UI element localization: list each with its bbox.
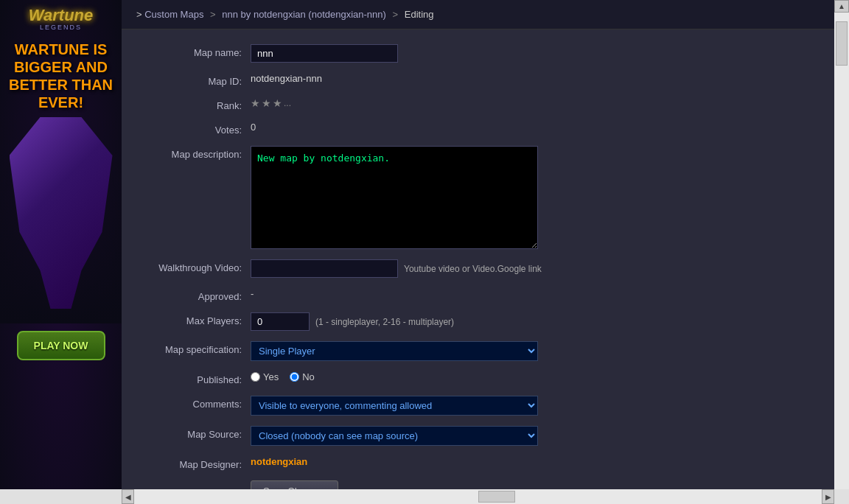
form-area: Map name: Map ID: notdengxian-nnn Rank: … [122, 29, 834, 504]
map-id-controls: notdengxian-nnn [251, 73, 812, 84]
breadcrumb-arrow: > [136, 9, 142, 20]
published-label: Published: [144, 371, 251, 385]
approved-value: - [251, 288, 254, 299]
rank-row: Rank: ★ ★ ★ ... [144, 97, 812, 111]
star-1: ★ [251, 97, 260, 109]
map-source-row: Map Source: Closed (nobody can see map s… [144, 426, 812, 446]
published-no-text: No [302, 371, 315, 382]
walkthrough-row: Walkthrough Video: Youtube video or Vide… [144, 259, 812, 278]
description-row: Map description: New map by notdengxian. [144, 146, 812, 249]
max-players-hint: (1 - singleplayer, 2-16 - multiplayer) [315, 317, 454, 327]
map-name-row: Map name: [144, 44, 812, 63]
comments-controls: Visible to everyone, commenting allowed … [251, 396, 812, 416]
max-players-label: Max Players: [144, 312, 251, 326]
rank-label: Rank: [144, 97, 251, 111]
description-controls: New map by notdengxian. [251, 146, 812, 249]
bottom-left-filler [0, 489, 122, 504]
walkthrough-controls: Youtube video or Video.Google link [251, 259, 812, 278]
map-spec-select[interactable]: Single Player Multiplayer [251, 341, 538, 361]
rank-dots: ... [284, 98, 291, 108]
breadcrumb-sep1: > [210, 9, 216, 20]
map-id-value: notdengxian-nnn [251, 73, 322, 84]
map-id-row: Map ID: notdengxian-nnn [144, 73, 812, 87]
published-controls: Yes No [251, 371, 812, 382]
main-content: > Custom Maps > nnn by notdengxian (notd… [122, 0, 834, 504]
scroll-right-arrow[interactable]: ▶ [822, 489, 834, 504]
play-now-button[interactable]: PLAY NOW [17, 331, 105, 360]
scrollbar-track[interactable] [834, 13, 849, 504]
rank-stars: ★ ★ ★ ... [251, 97, 291, 109]
approved-controls: - [251, 288, 812, 299]
approved-label: Approved: [144, 288, 251, 302]
max-players-row: Max Players: (1 - singleplayer, 2-16 - m… [144, 312, 812, 331]
bottom-scrollbar-area[interactable]: ◀ ▶ [122, 489, 834, 504]
approved-row: Approved: - [144, 288, 812, 302]
map-source-select[interactable]: Closed (nobody can see map source) Open … [251, 426, 538, 446]
votes-controls: 0 [251, 122, 812, 133]
published-radio-group: Yes No [251, 371, 315, 382]
character-silhouette [10, 117, 113, 309]
votes-value: 0 [251, 122, 256, 133]
map-designer-label: Map Designer: [144, 456, 251, 470]
star-2: ★ [262, 97, 271, 109]
map-designer-controls: notdengxian [251, 456, 812, 467]
logo-area: Wartune LEGENDS [0, 0, 122, 35]
walkthrough-hint: Youtube video or Video.Google link [404, 264, 542, 274]
bottom-track[interactable] [134, 489, 822, 504]
map-spec-row: Map specification: Single Player Multipl… [144, 341, 812, 361]
logo-text: Wartune [4, 7, 118, 24]
sidebar: Wartune LEGENDS WARTUNE IS BIGGER AND BE… [0, 0, 122, 504]
published-no-radio[interactable] [290, 372, 299, 382]
scroll-up-arrow[interactable]: ▲ [834, 0, 849, 13]
walkthrough-input[interactable] [251, 259, 398, 278]
votes-row: Votes: 0 [144, 122, 812, 136]
bottom-right-corner [834, 489, 849, 504]
description-textarea[interactable]: New map by notdengxian. [251, 146, 538, 249]
breadcrumb-map[interactable]: nnn by notdengxian (notdengxian-nnn) [222, 9, 386, 20]
comments-select[interactable]: Visible to everyone, commenting allowed … [251, 396, 538, 416]
map-name-label: Map name: [144, 44, 251, 58]
map-designer-link[interactable]: notdengxian [251, 456, 307, 467]
published-no-label[interactable]: No [290, 371, 315, 382]
breadcrumb-current: Editing [405, 9, 434, 20]
published-yes-label[interactable]: Yes [251, 371, 279, 382]
published-row: Published: Yes No [144, 371, 812, 385]
map-source-label: Map Source: [144, 426, 251, 440]
map-source-controls: Closed (nobody can see map source) Open … [251, 426, 812, 446]
logo-sub: LEGENDS [4, 24, 118, 31]
map-designer-row: Map Designer: notdengxian [144, 456, 812, 470]
right-scrollbar[interactable]: ▲ ▼ [834, 0, 849, 504]
comments-row: Comments: Visible to everyone, commentin… [144, 396, 812, 416]
published-yes-radio[interactable] [251, 372, 260, 382]
tagline: WARTUNE IS BIGGER AND BETTER THAN EVER! [0, 35, 122, 117]
published-yes-text: Yes [263, 371, 279, 382]
breadcrumb-custom-maps[interactable]: Custom Maps [144, 9, 203, 20]
rank-controls: ★ ★ ★ ... [251, 97, 812, 109]
max-players-input[interactable] [251, 312, 310, 331]
scrollbar-thumb[interactable] [836, 21, 848, 66]
star-3: ★ [273, 97, 282, 109]
breadcrumb: > Custom Maps > nnn by notdengxian (notd… [122, 0, 834, 29]
bottom-thumb[interactable] [478, 491, 515, 503]
walkthrough-label: Walkthrough Video: [144, 259, 251, 273]
map-name-input[interactable] [251, 44, 398, 63]
comments-label: Comments: [144, 396, 251, 410]
character-image [0, 117, 122, 323]
map-id-label: Map ID: [144, 73, 251, 87]
save-spacer [144, 480, 251, 483]
map-name-controls [251, 44, 812, 63]
map-spec-controls: Single Player Multiplayer [251, 341, 812, 361]
max-players-controls: (1 - singleplayer, 2-16 - multiplayer) [251, 312, 812, 331]
bottom-scrollbar-bar: ◀ ▶ [0, 489, 849, 504]
map-spec-label: Map specification: [144, 341, 251, 355]
votes-label: Votes: [144, 122, 251, 136]
scroll-left-arrow[interactable]: ◀ [122, 489, 134, 504]
breadcrumb-sep2: > [393, 9, 399, 20]
description-label: Map description: [144, 146, 251, 160]
